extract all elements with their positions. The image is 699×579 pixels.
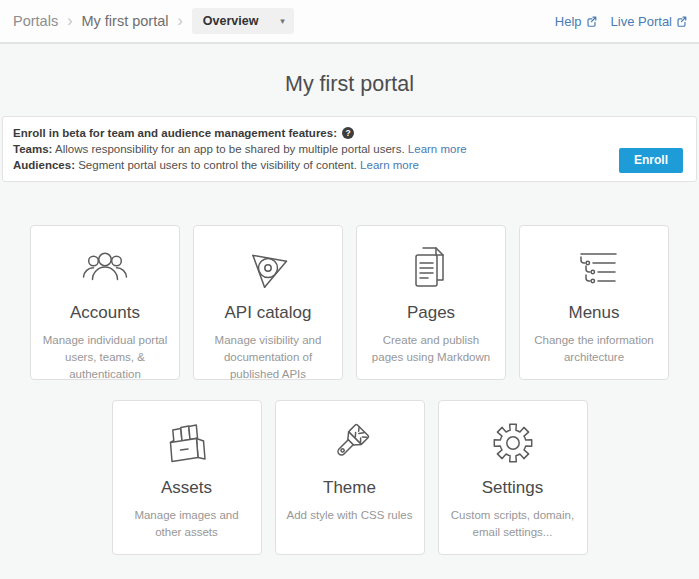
card-theme[interactable]: Theme Add style with CSS rules	[275, 400, 425, 555]
breadcrumb-portal-name[interactable]: My first portal	[81, 13, 168, 29]
banner-teams-line: Teams: Allows responsibility for an app …	[13, 141, 586, 157]
banner-heading-text: Enroll in beta for team and audience man…	[13, 125, 337, 141]
card-assets[interactable]: Assets Manage images and other assets	[112, 400, 262, 555]
api-catalog-shutter-icon	[194, 241, 342, 295]
live-portal-link-label: Live Portal	[611, 14, 672, 29]
live-portal-link[interactable]: Live Portal	[611, 14, 687, 29]
help-link-label: Help	[555, 14, 582, 29]
audiences-term: Audiences:	[13, 159, 75, 171]
card-title: Assets	[113, 478, 261, 498]
breadcrumb-separator-icon: ›	[67, 13, 72, 29]
page-title: My first portal	[0, 69, 699, 100]
overview-dropdown[interactable]: Overview ▾	[192, 8, 294, 34]
pages-icon	[357, 241, 505, 295]
cards-row-1: Accounts Manage individual portal users,…	[0, 225, 699, 380]
teams-description: Allows responsibility for an app to be s…	[55, 143, 405, 155]
card-description: Manage images and other assets	[113, 507, 261, 541]
beta-banner: Enroll in beta for team and audience man…	[2, 116, 697, 182]
chevron-down-icon: ▾	[280, 16, 285, 26]
card-description: Add style with CSS rules	[276, 507, 424, 524]
breadcrumb-separator-icon: ›	[177, 13, 182, 29]
card-menus[interactable]: Menus Change the information architectur…	[519, 225, 669, 380]
banner-audiences-line: Audiences: Segment portal users to contr…	[13, 157, 586, 173]
card-title: Settings	[439, 478, 587, 498]
gear-icon	[439, 416, 587, 470]
audiences-description: Segment portal users to control the visi…	[78, 159, 357, 171]
help-circle-icon[interactable]: ?	[342, 127, 354, 139]
audiences-learn-more-link[interactable]: Learn more	[360, 159, 419, 171]
card-settings[interactable]: Settings Custom scripts, domain, email s…	[438, 400, 588, 555]
enroll-button[interactable]: Enroll	[619, 148, 683, 173]
breadcrumb-portals[interactable]: Portals	[13, 13, 58, 29]
card-title: API catalog	[194, 303, 342, 323]
card-pages[interactable]: Pages Create and publish pages using Mar…	[356, 225, 506, 380]
card-title: Theme	[276, 478, 424, 498]
topbar-links: Help Live Portal	[555, 14, 687, 29]
card-description: Change the information architecture	[520, 332, 668, 366]
menu-tree-icon	[520, 241, 668, 295]
card-description: Create and publish pages using Markdown	[357, 332, 505, 366]
paintbrush-icon	[276, 416, 424, 470]
card-title: Menus	[520, 303, 668, 323]
external-link-icon	[676, 16, 687, 27]
card-description: Custom scripts, domain, email settings..…	[439, 507, 587, 541]
content-area: My first portal Enroll in beta for team …	[0, 44, 699, 555]
card-description: Manage visibility and documentation of p…	[194, 332, 342, 383]
card-description: Manage individual portal users, teams, &…	[31, 332, 179, 383]
overview-dropdown-label: Overview	[203, 14, 259, 28]
people-icon	[31, 241, 179, 295]
banner-heading: Enroll in beta for team and audience man…	[13, 125, 586, 141]
teams-term: Teams:	[13, 143, 52, 155]
breadcrumb: Portals › My first portal › Overview ▾	[13, 8, 294, 34]
card-api-catalog[interactable]: API catalog Manage visibility and docume…	[193, 225, 343, 380]
card-title: Pages	[357, 303, 505, 323]
card-title: Accounts	[31, 303, 179, 323]
assets-box-icon	[113, 416, 261, 470]
top-bar: Portals › My first portal › Overview ▾ H…	[0, 0, 699, 44]
help-link[interactable]: Help	[555, 14, 597, 29]
teams-learn-more-link[interactable]: Learn more	[408, 143, 467, 155]
card-accounts[interactable]: Accounts Manage individual portal users,…	[30, 225, 180, 380]
cards-row-2: Assets Manage images and other assets Th…	[0, 400, 699, 555]
external-link-icon	[586, 16, 597, 27]
